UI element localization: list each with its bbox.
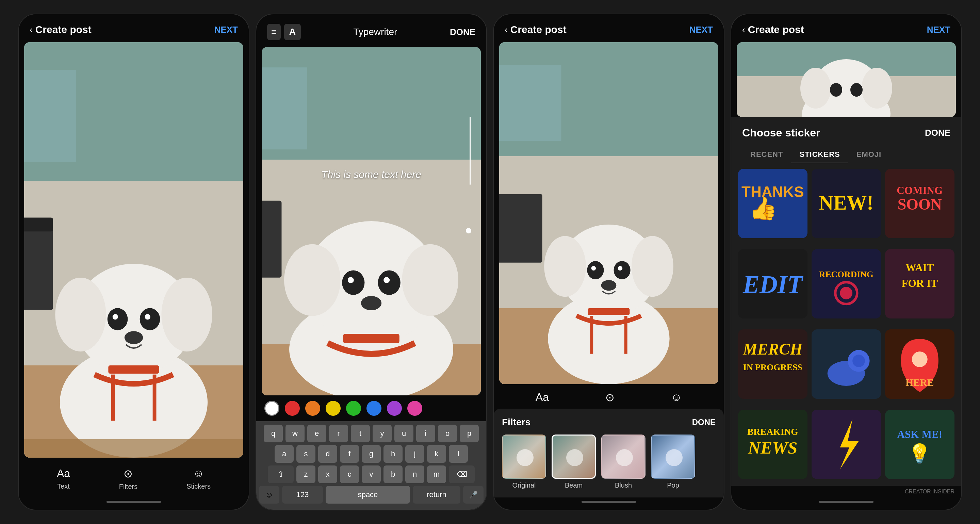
filter-blush[interactable]: Blush <box>601 435 646 489</box>
next-button-3[interactable]: NEXT <box>689 24 713 35</box>
filters-done-button[interactable]: DONE <box>692 417 716 427</box>
key-backspace[interactable]: ⌫ <box>449 465 475 483</box>
text-align-icon[interactable]: ≡ <box>267 24 281 40</box>
tab-recent[interactable]: RECENT <box>742 146 791 163</box>
key-return[interactable]: return <box>413 486 460 503</box>
font-toggle-button[interactable]: A <box>284 24 301 40</box>
filter-pop[interactable]: Pop <box>651 435 695 489</box>
color-blue[interactable] <box>366 401 382 416</box>
sticker-thanks[interactable]: THANKS 👍 <box>738 169 808 238</box>
key-d[interactable]: d <box>318 445 337 463</box>
done-button-2[interactable]: DONE <box>450 27 476 37</box>
phones-container: ‹ Create post NEXT <box>8 0 972 524</box>
key-u[interactable]: u <box>395 425 414 442</box>
back-button-3[interactable]: ‹ Create post <box>504 24 566 35</box>
sticker-coming-soon[interactable]: COMING SOON <box>885 169 955 238</box>
svg-text:HERE: HERE <box>905 377 934 388</box>
key-n[interactable]: n <box>405 465 424 483</box>
phone-4: ‹ Create post NEXT Choose sticker DONE <box>730 14 962 510</box>
color-purple[interactable] <box>387 401 402 416</box>
key-q[interactable]: q <box>264 425 283 442</box>
key-k[interactable]: k <box>427 445 446 463</box>
svg-point-14 <box>124 331 143 344</box>
svg-text:COMING: COMING <box>897 185 943 196</box>
key-numbers[interactable]: 123 <box>282 486 323 503</box>
sticker-wait-for-it[interactable]: WAIT FOR IT <box>885 249 955 319</box>
key-mic[interactable]: 🎤 <box>463 486 484 503</box>
key-h[interactable]: h <box>383 445 402 463</box>
key-space[interactable]: space <box>326 486 410 503</box>
key-w[interactable]: w <box>285 425 305 442</box>
color-orange[interactable] <box>305 401 320 416</box>
overlay-text[interactable]: This is some text here <box>321 169 421 180</box>
key-z[interactable]: z <box>296 465 315 483</box>
next-button-1[interactable]: NEXT <box>215 24 238 35</box>
dog-photo-1 <box>24 42 243 458</box>
key-c[interactable]: c <box>340 465 359 483</box>
sticker-ask-me[interactable]: ASK ME! 💡 <box>885 410 955 479</box>
key-s[interactable]: s <box>296 445 315 463</box>
tab-emoji[interactable]: EMOJI <box>848 146 889 163</box>
sticker-grid: THANKS 👍 NEW! COMING SOON <box>731 169 961 486</box>
sticker-lightning[interactable] <box>811 410 881 479</box>
color-white[interactable] <box>264 401 279 416</box>
svg-point-39 <box>544 236 586 297</box>
text-tool[interactable]: Aa Text <box>57 467 70 491</box>
svg-marker-79 <box>840 419 859 470</box>
sticker-done-button[interactable]: DONE <box>925 127 950 138</box>
filter-original[interactable]: Original <box>502 435 546 489</box>
text-icon-3: Aa <box>536 391 549 403</box>
key-e[interactable]: e <box>307 425 326 442</box>
filters-tool[interactable]: ⊙ Filters <box>119 467 137 491</box>
key-v[interactable]: v <box>362 465 381 483</box>
key-l[interactable]: l <box>449 445 468 463</box>
key-x[interactable]: x <box>318 465 337 483</box>
key-m[interactable]: m <box>427 465 446 483</box>
color-pink[interactable] <box>407 401 422 416</box>
color-yellow[interactable] <box>326 401 340 416</box>
filters-header: Filters DONE <box>502 417 716 428</box>
color-green[interactable] <box>346 401 361 416</box>
sticker-merch[interactable]: MERCH IN PROGRESS <box>738 330 808 399</box>
key-emoji[interactable]: ☺ <box>259 486 279 503</box>
svg-text:MERCH: MERCH <box>743 340 803 358</box>
sticker-snail[interactable] <box>811 330 881 399</box>
key-j[interactable]: j <box>405 445 424 463</box>
sticker-here[interactable]: HERE <box>885 330 955 399</box>
next-button-4[interactable]: NEXT <box>927 24 950 35</box>
key-shift[interactable]: ⇧ <box>268 465 294 483</box>
svg-text:IN PROGRESS: IN PROGRESS <box>743 362 802 372</box>
sticker-breaking-news[interactable]: BREAKING NEWS <box>738 410 808 479</box>
svg-point-13 <box>145 314 150 320</box>
keyboard-row-3: ⇧ z x c v b n m ⌫ <box>259 465 484 483</box>
filter-pop-img <box>651 435 695 479</box>
key-p[interactable]: p <box>460 425 479 442</box>
filters-label: Filters <box>119 483 137 491</box>
text-tool-3[interactable]: Aa <box>536 391 549 404</box>
key-r[interactable]: r <box>329 425 348 442</box>
key-a[interactable]: a <box>275 445 294 463</box>
filter-beam[interactable]: Beam <box>552 435 596 489</box>
back-button-1[interactable]: ‹ Create post <box>30 24 92 35</box>
back-button-4[interactable]: ‹ Create post <box>742 24 804 35</box>
key-t[interactable]: t <box>351 425 370 442</box>
stickers-tool[interactable]: ☺ Stickers <box>186 467 211 491</box>
back-icon-1: ‹ <box>30 24 33 35</box>
sticker-recording[interactable]: RECORDING <box>811 249 881 319</box>
key-y[interactable]: y <box>372 425 392 442</box>
filters-tool-3[interactable]: ⊙ <box>605 391 614 404</box>
text-cursor <box>469 117 471 185</box>
key-i[interactable]: i <box>416 425 435 442</box>
key-b[interactable]: b <box>383 465 402 483</box>
key-f[interactable]: f <box>340 445 359 463</box>
home-indicator-1 <box>107 501 161 503</box>
tab-stickers[interactable]: STICKERS <box>791 146 848 163</box>
svg-text:ASK ME!: ASK ME! <box>897 429 943 441</box>
color-red[interactable] <box>285 401 300 416</box>
key-o[interactable]: o <box>438 425 457 442</box>
sticker-edit[interactable]: EDIT <box>738 249 808 319</box>
stickers-tool-3[interactable]: ☺ <box>671 391 682 404</box>
phone3-header: ‹ Create post NEXT <box>494 14 724 42</box>
key-g[interactable]: g <box>362 445 381 463</box>
sticker-new[interactable]: NEW! <box>811 169 881 238</box>
